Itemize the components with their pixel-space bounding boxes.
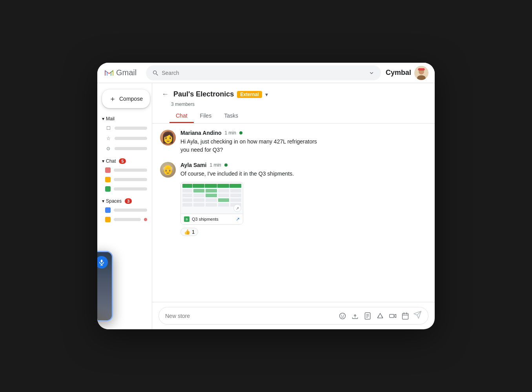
svg-point-4 (153, 71, 157, 74)
message-input-box (159, 307, 428, 325)
attachment-card[interactable]: ↗ S Q3 shipments ↗ (180, 182, 243, 225)
external-badge: External (237, 91, 262, 98)
send-button[interactable] (413, 310, 422, 321)
inbox-label-line (115, 127, 147, 130)
space-2-label-line (114, 218, 141, 221)
reaction-thumbsup[interactable]: 👍 1 (180, 228, 198, 236)
search-bar[interactable] (146, 65, 381, 80)
svg-rect-9 (418, 68, 425, 71)
message-header-1: Mariana Andino 1 min (180, 130, 427, 136)
svg-point-10 (340, 313, 346, 319)
video-overlay[interactable] (97, 251, 113, 321)
chat-header-top: ← Paul's Electronics External ▾ (160, 89, 427, 100)
video-button[interactable] (388, 311, 397, 321)
sidebar-item-space-2[interactable] (97, 215, 152, 224)
cymbal-brand-label: Cymbal (386, 69, 411, 77)
sidebar-item-starred[interactable]: ☆ (97, 133, 152, 143)
back-button[interactable]: ← (160, 89, 170, 100)
sidebar-mail-label: Mail (106, 116, 115, 122)
space-notification-dot (144, 218, 147, 221)
message-input-area (152, 302, 435, 329)
compose-button[interactable]: ＋ Compose (102, 89, 150, 108)
sidebar-item-snoozed[interactable]: ⊙ (97, 143, 152, 154)
message-input[interactable] (165, 313, 335, 319)
message-time-1: 1 min (225, 130, 236, 136)
sidebar-section-chat: ▾ Chat 5 (97, 157, 152, 194)
star-icon: ☆ (105, 135, 111, 142)
emoji-button[interactable] (338, 311, 347, 321)
compose-plus-icon: ＋ (109, 94, 116, 103)
space-title: Paul's Electronics (173, 90, 234, 98)
svg-rect-17 (390, 314, 394, 317)
messages-area: Mariana Andino 1 min Hi Ayla, just check… (152, 123, 435, 302)
sidebar-item-space-1[interactable] (97, 205, 152, 215)
svg-rect-18 (403, 313, 408, 319)
chat-2-label-line (114, 178, 147, 181)
sidebar-item-chat-1[interactable] (97, 165, 152, 175)
svg-point-11 (341, 315, 342, 316)
tab-files[interactable]: Files (194, 109, 218, 123)
message-header-2: Ayla Sami 1 min (180, 162, 427, 168)
gmail-logo: Gmail (104, 67, 137, 78)
search-dropdown-icon[interactable] (368, 70, 375, 76)
clock-icon: ⊙ (105, 145, 111, 152)
members-count: 3 members (171, 102, 427, 107)
compose-label: Compose (119, 96, 143, 102)
message-item-2: Ayla Sami 1 min Of course, I've included… (160, 162, 427, 236)
gmail-text-label: Gmail (116, 68, 137, 77)
sidebar-section-mail: ▾ Mail ☐ ☆ ⊙ (97, 114, 152, 154)
snoozed-label-line (115, 147, 147, 150)
gmail-window: Gmail Cymbal (97, 63, 435, 329)
chat-dot-green (105, 186, 111, 192)
chat-dot-yellow (105, 177, 111, 182)
spaces-badge: 3 (125, 198, 132, 204)
sidebar-item-chat-2[interactable] (97, 175, 152, 184)
header-avatar[interactable] (414, 66, 428, 80)
online-indicator-2 (224, 163, 228, 167)
doc-button[interactable] (363, 311, 372, 321)
sheets-icon: S (184, 216, 189, 222)
calendar-button[interactable] (401, 311, 410, 321)
message-text-1: Hi Ayla, just checking in on how many 42… (180, 138, 427, 154)
chat-3-label-line (114, 187, 147, 191)
reaction-emoji: 👍 (184, 229, 190, 235)
online-indicator-1 (239, 131, 242, 134)
sidebar-item-inbox[interactable]: ☐ (97, 123, 152, 133)
space-dot-blue (105, 207, 111, 213)
message-content-1: Mariana Andino 1 min Hi Ayla, just check… (180, 130, 427, 154)
search-input[interactable] (162, 70, 365, 76)
tab-tasks[interactable]: Tasks (218, 109, 244, 123)
drive-button[interactable] (375, 311, 385, 321)
chat-badge: 5 (119, 158, 126, 164)
gmail-m-icon (104, 67, 115, 78)
sidebar-section-spaces-header[interactable]: ▾ Spaces 3 (97, 197, 152, 205)
upload-button[interactable] (350, 311, 360, 321)
space-dot-yellow (105, 217, 111, 222)
sidebar-section-chat-header[interactable]: ▾ Chat 5 (97, 157, 152, 165)
chevron-chat-icon: ▾ (102, 158, 104, 164)
chat-header: ← Paul's Electronics External ▾ 3 member… (152, 83, 435, 123)
message-time-2: 1 min (210, 162, 221, 168)
space-1-label-line (114, 209, 147, 212)
header: Gmail Cymbal (97, 63, 435, 83)
message-content-2: Ayla Sami 1 min Of course, I've included… (180, 162, 427, 236)
chat-dot-red (105, 167, 111, 173)
chevron-mail-icon: ▾ (102, 116, 104, 122)
sidebar-section-mail-header[interactable]: ▾ Mail (97, 114, 152, 123)
main-layout: ＋ Compose ▾ Mail ☐ ☆ ⊙ (97, 83, 435, 329)
inbox-icon: ☐ (105, 125, 111, 131)
attachment-overlay-icon: ↗ (233, 204, 241, 212)
attachment-name: Q3 shipments (192, 217, 233, 221)
chevron-spaces-icon: ▾ (102, 198, 104, 204)
message-author-2: Ayla Sami (180, 162, 206, 168)
starred-label-line (115, 137, 147, 140)
avatar-ayla (160, 162, 176, 178)
space-dropdown-icon[interactable]: ▾ (265, 91, 268, 98)
sidebar-item-chat-3[interactable] (97, 184, 152, 194)
svg-point-12 (343, 315, 344, 316)
video-background (97, 252, 112, 320)
message-item-1: Mariana Andino 1 min Hi Ayla, just check… (160, 130, 427, 154)
tab-chat[interactable]: Chat (169, 109, 194, 123)
attachment-open-icon[interactable]: ↗ (236, 216, 240, 222)
avatar-mariana (160, 130, 176, 145)
